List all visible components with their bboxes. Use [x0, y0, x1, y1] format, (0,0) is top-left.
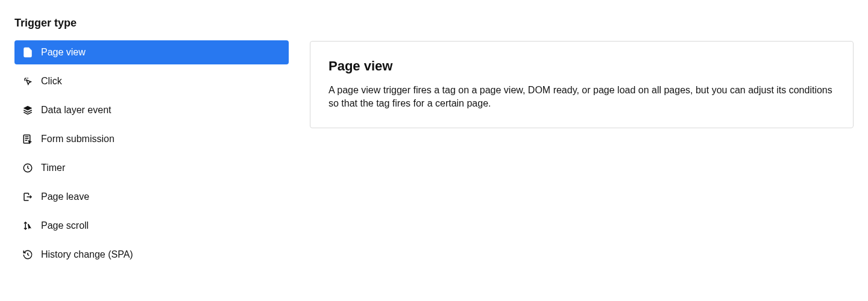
layers-icon — [22, 104, 34, 116]
page-leave-icon — [22, 191, 34, 203]
trigger-item-label: Form submission — [41, 134, 115, 144]
page-view-icon — [22, 46, 34, 58]
click-icon — [22, 75, 34, 87]
trigger-list: Page view Click Data layer event — [14, 40, 289, 272]
detail-title: Page view — [329, 58, 835, 74]
trigger-item-label: Page leave — [41, 191, 89, 202]
trigger-item-label: Click — [41, 76, 62, 87]
trigger-item-label: Page view — [41, 47, 86, 58]
trigger-item-history-change[interactable]: History change (SPA) — [14, 243, 289, 267]
form-icon — [22, 133, 34, 145]
clock-icon — [22, 162, 34, 174]
trigger-item-page-view[interactable]: Page view — [14, 40, 289, 64]
trigger-item-click[interactable]: Click — [14, 69, 289, 93]
detail-column: Page view A page view trigger fires a ta… — [304, 17, 854, 284]
trigger-item-timer[interactable]: Timer — [14, 156, 289, 180]
section-heading: Trigger type — [14, 17, 304, 29]
trigger-item-label: Page scroll — [41, 220, 89, 231]
trigger-item-page-scroll[interactable]: Page scroll — [14, 214, 289, 238]
detail-description: A page view trigger fires a tag on a pag… — [329, 84, 835, 110]
history-icon — [22, 249, 34, 261]
trigger-item-label: History change (SPA) — [41, 249, 133, 260]
trigger-item-form-submission[interactable]: Form submission — [14, 127, 289, 151]
detail-panel: Page view A page view trigger fires a ta… — [310, 41, 854, 128]
trigger-type-sidebar: Trigger type Page view Click — [14, 17, 304, 284]
trigger-item-label: Timer — [41, 163, 65, 173]
scroll-icon — [22, 220, 34, 232]
trigger-item-page-leave[interactable]: Page leave — [14, 185, 289, 209]
trigger-item-label: Data layer event — [41, 105, 112, 116]
trigger-item-data-layer-event[interactable]: Data layer event — [14, 98, 289, 122]
